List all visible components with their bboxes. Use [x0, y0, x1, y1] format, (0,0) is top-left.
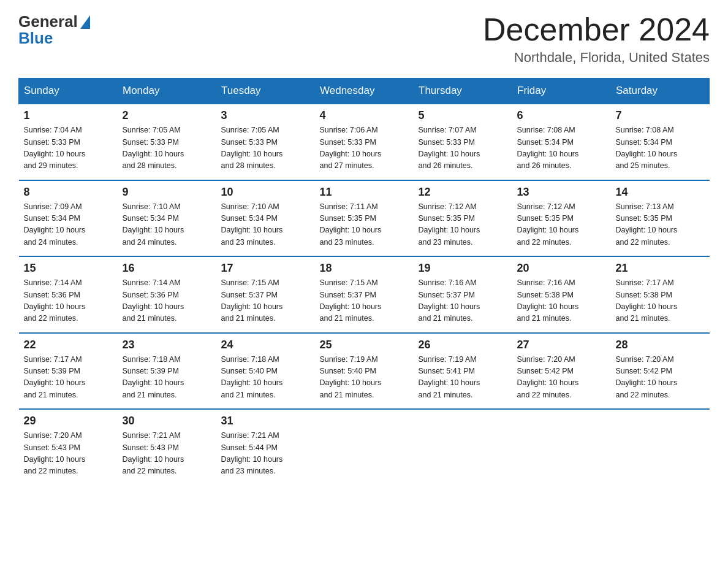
- calendar-day-cell: 3Sunrise: 7:05 AM Sunset: 5:33 PM Daylig…: [216, 104, 315, 180]
- calendar-day-cell: 4Sunrise: 7:06 AM Sunset: 5:33 PM Daylig…: [315, 104, 414, 180]
- calendar-day-cell: 29Sunrise: 7:20 AM Sunset: 5:43 PM Dayli…: [19, 409, 118, 485]
- calendar-empty-cell: [512, 409, 611, 485]
- calendar-day-cell: 8Sunrise: 7:09 AM Sunset: 5:34 PM Daylig…: [19, 180, 118, 257]
- day-number: 7: [616, 109, 705, 122]
- day-info: Sunrise: 7:16 AM Sunset: 5:38 PM Dayligh…: [517, 277, 606, 325]
- day-number: 8: [24, 186, 113, 199]
- day-number: 10: [221, 186, 310, 199]
- calendar-week-row: 15Sunrise: 7:14 AM Sunset: 5:36 PM Dayli…: [19, 256, 710, 333]
- day-info: Sunrise: 7:09 AM Sunset: 5:34 PM Dayligh…: [24, 201, 113, 249]
- calendar-day-cell: 7Sunrise: 7:08 AM Sunset: 5:34 PM Daylig…: [611, 104, 710, 180]
- logo-blue-text: Blue: [18, 29, 53, 48]
- day-number: 23: [123, 339, 211, 351]
- day-number: 15: [24, 262, 113, 275]
- day-number: 16: [123, 262, 211, 275]
- calendar-day-cell: 12Sunrise: 7:12 AM Sunset: 5:35 PM Dayli…: [414, 180, 512, 257]
- calendar-week-row: 8Sunrise: 7:09 AM Sunset: 5:34 PM Daylig…: [19, 180, 710, 257]
- calendar-day-cell: 5Sunrise: 7:07 AM Sunset: 5:33 PM Daylig…: [414, 104, 512, 180]
- day-number: 1: [24, 109, 113, 122]
- title-section: December 2024 Northdale, Florida, United…: [483, 12, 710, 66]
- calendar-table: SundayMondayTuesdayWednesdayThursdayFrid…: [18, 78, 710, 485]
- calendar-day-cell: 22Sunrise: 7:17 AM Sunset: 5:39 PM Dayli…: [19, 333, 118, 410]
- calendar-header-row: SundayMondayTuesdayWednesdayThursdayFrid…: [19, 79, 710, 104]
- day-number: 14: [616, 186, 705, 199]
- calendar-day-cell: 31Sunrise: 7:21 AM Sunset: 5:44 PM Dayli…: [216, 409, 315, 485]
- calendar-empty-cell: [611, 409, 710, 485]
- weekday-header-saturday: Saturday: [611, 79, 710, 104]
- page-header: General Blue December 2024 Northdale, Fl…: [18, 12, 710, 66]
- day-number: 24: [221, 339, 310, 351]
- day-info: Sunrise: 7:20 AM Sunset: 5:42 PM Dayligh…: [616, 354, 705, 402]
- day-info: Sunrise: 7:21 AM Sunset: 5:44 PM Dayligh…: [221, 430, 310, 478]
- day-info: Sunrise: 7:08 AM Sunset: 5:34 PM Dayligh…: [616, 124, 705, 172]
- calendar-week-row: 22Sunrise: 7:17 AM Sunset: 5:39 PM Dayli…: [19, 333, 710, 410]
- day-info: Sunrise: 7:18 AM Sunset: 5:40 PM Dayligh…: [221, 354, 310, 402]
- calendar-day-cell: 6Sunrise: 7:08 AM Sunset: 5:34 PM Daylig…: [512, 104, 611, 180]
- day-info: Sunrise: 7:17 AM Sunset: 5:38 PM Dayligh…: [616, 277, 705, 325]
- calendar-week-row: 1Sunrise: 7:04 AM Sunset: 5:33 PM Daylig…: [19, 104, 710, 180]
- day-info: Sunrise: 7:07 AM Sunset: 5:33 PM Dayligh…: [419, 124, 507, 172]
- day-info: Sunrise: 7:14 AM Sunset: 5:36 PM Dayligh…: [123, 277, 211, 325]
- weekday-header-thursday: Thursday: [414, 79, 512, 104]
- calendar-day-cell: 9Sunrise: 7:10 AM Sunset: 5:34 PM Daylig…: [118, 180, 216, 257]
- day-number: 21: [616, 262, 705, 275]
- day-info: Sunrise: 7:05 AM Sunset: 5:33 PM Dayligh…: [123, 124, 211, 172]
- weekday-header-wednesday: Wednesday: [315, 79, 414, 104]
- calendar-day-cell: 20Sunrise: 7:16 AM Sunset: 5:38 PM Dayli…: [512, 256, 611, 333]
- calendar-day-cell: 11Sunrise: 7:11 AM Sunset: 5:35 PM Dayli…: [315, 180, 414, 257]
- weekday-header-friday: Friday: [512, 79, 611, 104]
- day-number: 26: [419, 339, 507, 351]
- day-info: Sunrise: 7:12 AM Sunset: 5:35 PM Dayligh…: [517, 201, 606, 249]
- day-number: 17: [221, 262, 310, 275]
- day-number: 31: [221, 415, 310, 427]
- day-number: 22: [24, 339, 113, 351]
- weekday-header-sunday: Sunday: [19, 79, 118, 104]
- day-number: 4: [320, 109, 409, 122]
- calendar-day-cell: 2Sunrise: 7:05 AM Sunset: 5:33 PM Daylig…: [118, 104, 216, 180]
- calendar-day-cell: 23Sunrise: 7:18 AM Sunset: 5:39 PM Dayli…: [118, 333, 216, 410]
- calendar-day-cell: 16Sunrise: 7:14 AM Sunset: 5:36 PM Dayli…: [118, 256, 216, 333]
- calendar-day-cell: 30Sunrise: 7:21 AM Sunset: 5:43 PM Dayli…: [118, 409, 216, 485]
- day-number: 29: [24, 415, 113, 427]
- calendar-day-cell: 10Sunrise: 7:10 AM Sunset: 5:34 PM Dayli…: [216, 180, 315, 257]
- day-info: Sunrise: 7:13 AM Sunset: 5:35 PM Dayligh…: [616, 201, 705, 249]
- day-number: 25: [320, 339, 409, 351]
- day-info: Sunrise: 7:14 AM Sunset: 5:36 PM Dayligh…: [24, 277, 113, 325]
- logo-triangle-icon: [80, 15, 90, 29]
- location-subtitle: Northdale, Florida, United States: [483, 50, 710, 66]
- calendar-day-cell: 28Sunrise: 7:20 AM Sunset: 5:42 PM Dayli…: [611, 333, 710, 410]
- day-info: Sunrise: 7:10 AM Sunset: 5:34 PM Dayligh…: [123, 201, 211, 249]
- weekday-header-monday: Monday: [118, 79, 216, 104]
- day-number: 20: [517, 262, 606, 275]
- calendar-day-cell: 14Sunrise: 7:13 AM Sunset: 5:35 PM Dayli…: [611, 180, 710, 257]
- day-info: Sunrise: 7:06 AM Sunset: 5:33 PM Dayligh…: [320, 124, 409, 172]
- day-info: Sunrise: 7:16 AM Sunset: 5:37 PM Dayligh…: [419, 277, 507, 325]
- day-info: Sunrise: 7:19 AM Sunset: 5:41 PM Dayligh…: [419, 354, 507, 402]
- day-info: Sunrise: 7:18 AM Sunset: 5:39 PM Dayligh…: [123, 354, 211, 402]
- day-info: Sunrise: 7:12 AM Sunset: 5:35 PM Dayligh…: [419, 201, 507, 249]
- weekday-header-tuesday: Tuesday: [216, 79, 315, 104]
- calendar-day-cell: 27Sunrise: 7:20 AM Sunset: 5:42 PM Dayli…: [512, 333, 611, 410]
- calendar-day-cell: 19Sunrise: 7:16 AM Sunset: 5:37 PM Dayli…: [414, 256, 512, 333]
- day-number: 12: [419, 186, 507, 199]
- day-number: 3: [221, 109, 310, 122]
- day-number: 13: [517, 186, 606, 199]
- day-number: 30: [123, 415, 211, 427]
- day-info: Sunrise: 7:10 AM Sunset: 5:34 PM Dayligh…: [221, 201, 310, 249]
- calendar-day-cell: 13Sunrise: 7:12 AM Sunset: 5:35 PM Dayli…: [512, 180, 611, 257]
- day-info: Sunrise: 7:15 AM Sunset: 5:37 PM Dayligh…: [320, 277, 409, 325]
- day-info: Sunrise: 7:04 AM Sunset: 5:33 PM Dayligh…: [24, 124, 113, 172]
- day-number: 28: [616, 339, 705, 351]
- day-info: Sunrise: 7:11 AM Sunset: 5:35 PM Dayligh…: [320, 201, 409, 249]
- day-number: 11: [320, 186, 409, 199]
- day-info: Sunrise: 7:20 AM Sunset: 5:43 PM Dayligh…: [24, 430, 113, 478]
- day-number: 9: [123, 186, 211, 199]
- calendar-day-cell: 25Sunrise: 7:19 AM Sunset: 5:40 PM Dayli…: [315, 333, 414, 410]
- calendar-day-cell: 15Sunrise: 7:14 AM Sunset: 5:36 PM Dayli…: [19, 256, 118, 333]
- day-info: Sunrise: 7:05 AM Sunset: 5:33 PM Dayligh…: [221, 124, 310, 172]
- day-info: Sunrise: 7:08 AM Sunset: 5:34 PM Dayligh…: [517, 124, 606, 172]
- calendar-empty-cell: [315, 409, 414, 485]
- day-number: 18: [320, 262, 409, 275]
- day-number: 2: [123, 109, 211, 122]
- calendar-week-row: 29Sunrise: 7:20 AM Sunset: 5:43 PM Dayli…: [19, 409, 710, 485]
